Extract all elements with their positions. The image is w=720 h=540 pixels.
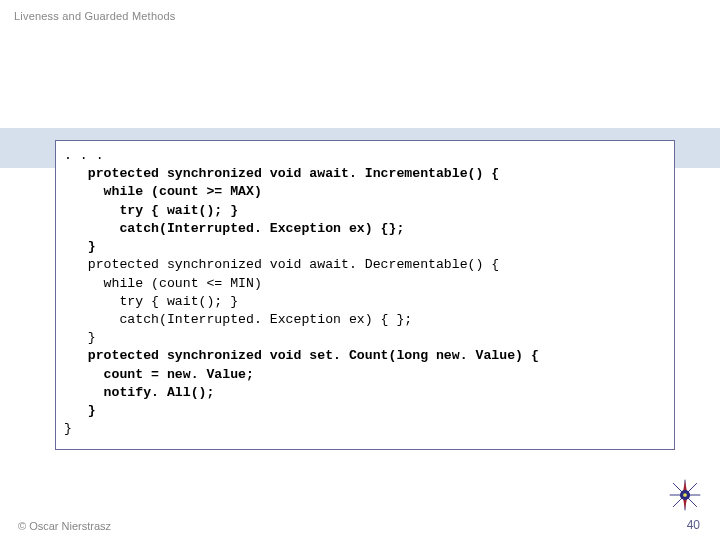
compass-icon bbox=[668, 478, 702, 512]
code-line: notify. All(); bbox=[104, 385, 215, 400]
code-block: . . . protected synchronized void await.… bbox=[64, 147, 666, 439]
code-line: . . . bbox=[64, 148, 104, 163]
code-line: protected synchronized void set. Count(l… bbox=[88, 348, 539, 363]
code-line: protected synchronized void await. Decre… bbox=[88, 257, 500, 272]
code-line: while (count <= MIN) bbox=[104, 276, 262, 291]
code-line: try { wait(); } bbox=[119, 203, 238, 218]
code-line: protected synchronized void await. Incre… bbox=[88, 166, 500, 181]
code-line: } bbox=[64, 421, 72, 436]
page-number: 40 bbox=[687, 518, 700, 532]
code-line: } bbox=[88, 403, 96, 418]
footer-copyright: © Oscar Nierstrasz bbox=[18, 520, 111, 532]
code-box: . . . protected synchronized void await.… bbox=[55, 140, 675, 450]
code-line: try { wait(); } bbox=[119, 294, 238, 309]
svg-point-6 bbox=[683, 493, 687, 497]
code-line: while (count >= MAX) bbox=[104, 184, 262, 199]
code-line: count = new. Value; bbox=[104, 367, 254, 382]
slide-header: Liveness and Guarded Methods bbox=[0, 0, 720, 28]
slide-footer: © Oscar Nierstrasz 40 bbox=[0, 520, 720, 532]
code-line: catch(Interrupted. Exception ex) {}; bbox=[119, 221, 404, 236]
code-line: catch(Interrupted. Exception ex) { }; bbox=[119, 312, 412, 327]
slide: Liveness and Guarded Methods . . . prote… bbox=[0, 0, 720, 540]
header-title: Liveness and Guarded Methods bbox=[14, 10, 176, 22]
code-line: } bbox=[88, 239, 96, 254]
code-line: } bbox=[88, 330, 96, 345]
